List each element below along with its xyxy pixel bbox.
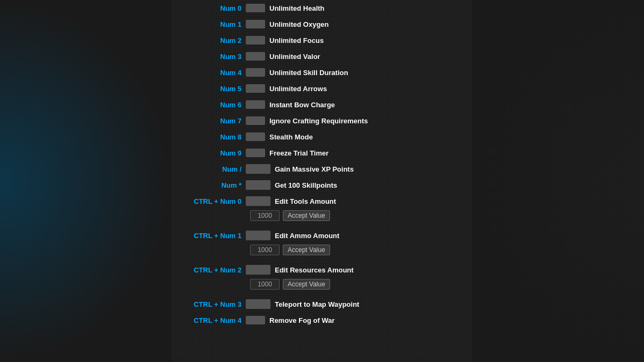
bg-left-gradient [0,0,172,362]
key-label: Num / [176,165,246,173]
cheat-row: CTRL + Num 1Edit Ammo Amount [172,227,472,243]
cheat-row: CTRL + Num 2Edit Resources Amount [172,262,472,278]
cheat-label: Ignore Crafting Requirements [269,117,368,125]
accept-value-button[interactable]: Accept Value [283,210,330,221]
toggle-switch[interactable] [246,100,265,109]
key-label: Num 6 [176,101,246,109]
cheat-row: CTRL + Num 0Edit Tools Amount [172,193,472,209]
key-label: Num 2 [176,36,246,45]
key-label: Num 0 [176,4,246,12]
key-label: CTRL + Num 0 [176,197,246,205]
cheat-row: Num 2Unlimited Focus [172,32,472,48]
key-label: Num 7 [176,117,246,125]
toggle-switch[interactable] [246,116,265,125]
key-label: CTRL + Num 4 [176,316,246,324]
spacer [172,257,472,262]
cheat-label: Unlimited Arrows [269,85,327,93]
key-label: Num 1 [176,20,246,28]
key-label: Num 9 [176,149,246,157]
toggle-switch[interactable] [246,316,265,324]
cheat-row: Num /Gain Massive XP Points [172,161,472,177]
toggle-switch[interactable] [246,180,270,190]
toggle-switch[interactable] [246,265,270,275]
key-label: CTRL + Num 2 [176,266,246,274]
cheat-label: Get 100 Skillpoints [275,181,337,189]
cheat-label: Unlimited Skill Duration [269,69,348,77]
cheat-row: Num 9Freeze Trial Timer [172,145,472,161]
input-row: Accept Value [172,243,472,257]
cheat-row: Num 3Unlimited Valor [172,48,472,64]
cheat-label: Teleport to Map Waypoint [275,300,359,308]
key-label: Num 5 [176,85,246,93]
key-label: CTRL + Num 1 [176,232,246,240]
value-input[interactable] [250,245,280,255]
cheat-list: Num 0Unlimited HealthNum 1Unlimited Oxyg… [172,0,472,328]
cheat-label: Edit Resources Amount [275,266,354,274]
spacer [172,223,472,227]
key-label: Num 3 [176,53,246,61]
bg-right-gradient [472,0,644,362]
toggle-switch[interactable] [246,149,265,157]
cheat-row: Num 6Instant Bow Charge [172,97,472,113]
toggle-switch[interactable] [246,36,265,45]
cheat-row: Num 0Unlimited Health [172,0,472,16]
toggle-switch[interactable] [246,68,265,77]
cheat-row: Num *Get 100 Skillpoints [172,177,472,193]
key-label: Num 8 [176,133,246,141]
toggle-switch[interactable] [246,299,270,309]
cheat-row: Num 7Ignore Crafting Requirements [172,113,472,129]
cheat-row: Num 5Unlimited Arrows [172,80,472,97]
toggle-switch[interactable] [246,52,265,61]
key-label: Num 4 [176,69,246,77]
cheat-label: Edit Ammo Amount [275,232,339,240]
cheat-label: Stealth Mode [269,133,313,141]
toggle-switch[interactable] [246,132,265,141]
toggle-switch[interactable] [246,84,265,93]
spacer [172,292,472,296]
cheat-label: Unlimited Oxygen [269,20,329,28]
toggle-switch[interactable] [246,20,265,28]
cheat-label: Remove Fog of War [269,316,335,324]
cheat-label: Freeze Trial Timer [269,149,328,157]
input-row: Accept Value [172,209,472,223]
accept-value-button[interactable]: Accept Value [283,279,330,290]
toggle-switch[interactable] [246,164,270,174]
value-input[interactable] [250,210,280,221]
cheat-label: Unlimited Health [269,4,325,12]
cheat-panel: Num 0Unlimited HealthNum 1Unlimited Oxyg… [172,0,472,362]
cheat-row: Num 4Unlimited Skill Duration [172,64,472,80]
cheat-label: Gain Massive XP Points [275,165,354,173]
toggle-switch[interactable] [246,231,270,240]
cheat-row: CTRL + Num 4Remove Fog of War [172,312,472,328]
toggle-switch[interactable] [246,4,265,12]
accept-value-button[interactable]: Accept Value [283,245,330,255]
toggle-switch[interactable] [246,196,270,206]
cheat-row: Num 1Unlimited Oxygen [172,16,472,32]
cheat-label: Unlimited Valor [269,53,320,61]
key-label: Num * [176,181,246,189]
key-label: CTRL + Num 3 [176,300,246,308]
cheat-label: Edit Tools Amount [275,197,336,205]
cheat-row: Num 8Stealth Mode [172,129,472,145]
cheat-label: Unlimited Focus [269,36,324,45]
value-input[interactable] [250,279,280,290]
input-row: Accept Value [172,278,472,292]
cheat-label: Instant Bow Charge [269,101,335,109]
cheat-row: CTRL + Num 3Teleport to Map Waypoint [172,296,472,312]
